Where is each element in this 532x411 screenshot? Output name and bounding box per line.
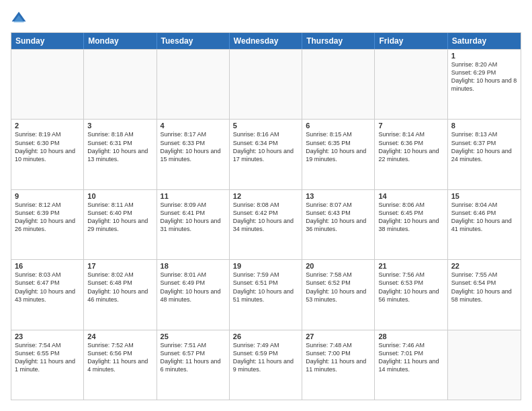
calendar-cell: 13Sunrise: 8:07 AM Sunset: 6:43 PM Dayli…	[302, 190, 375, 259]
day-number: 27	[306, 332, 371, 340]
cell-info: Sunrise: 7:54 AM Sunset: 6:55 PM Dayligh…	[15, 341, 80, 374]
weekday-header: Wednesday	[230, 33, 302, 49]
day-number: 7	[378, 122, 443, 130]
weekday-header: Tuesday	[157, 33, 230, 49]
cell-info: Sunrise: 7:52 AM Sunset: 6:56 PM Dayligh…	[87, 341, 152, 374]
day-number: 16	[15, 262, 80, 270]
calendar-cell: 17Sunrise: 8:02 AM Sunset: 6:48 PM Dayli…	[84, 260, 157, 329]
calendar-row: 16Sunrise: 8:03 AM Sunset: 6:47 PM Dayli…	[11, 259, 521, 329]
calendar-cell	[230, 50, 302, 119]
day-number: 11	[161, 192, 226, 200]
cell-info: Sunrise: 8:14 AM Sunset: 6:36 PM Dayligh…	[378, 130, 443, 163]
calendar-cell: 2Sunrise: 8:19 AM Sunset: 6:30 PM Daylig…	[11, 120, 84, 189]
cell-info: Sunrise: 7:59 AM Sunset: 6:51 PM Dayligh…	[233, 271, 298, 304]
day-number: 6	[306, 122, 371, 130]
calendar-row: 2Sunrise: 8:19 AM Sunset: 6:30 PM Daylig…	[11, 119, 521, 189]
calendar-cell	[302, 50, 375, 119]
day-number: 26	[233, 332, 298, 340]
calendar-row: 23Sunrise: 7:54 AM Sunset: 6:55 PM Dayli…	[11, 330, 521, 400]
day-number: 18	[161, 262, 226, 270]
weekday-header: Saturday	[448, 33, 521, 49]
day-number: 20	[306, 262, 371, 270]
calendar-cell: 10Sunrise: 8:11 AM Sunset: 6:40 PM Dayli…	[84, 190, 157, 259]
calendar-cell: 28Sunrise: 7:46 AM Sunset: 7:01 PM Dayli…	[375, 330, 447, 400]
cell-info: Sunrise: 8:04 AM Sunset: 6:46 PM Dayligh…	[451, 201, 517, 234]
calendar-row: 1Sunrise: 8:20 AM Sunset: 6:29 PM Daylig…	[11, 49, 521, 119]
calendar-cell: 16Sunrise: 8:03 AM Sunset: 6:47 PM Dayli…	[11, 260, 84, 329]
calendar-cell: 24Sunrise: 7:52 AM Sunset: 6:56 PM Dayli…	[84, 330, 157, 400]
logo-icon	[11, 11, 27, 27]
calendar-cell: 23Sunrise: 7:54 AM Sunset: 6:55 PM Dayli…	[11, 330, 84, 400]
day-number: 25	[161, 332, 226, 340]
cell-info: Sunrise: 8:16 AM Sunset: 6:34 PM Dayligh…	[233, 130, 298, 163]
calendar-cell: 3Sunrise: 8:18 AM Sunset: 6:31 PM Daylig…	[84, 120, 157, 189]
calendar-cell: 20Sunrise: 7:58 AM Sunset: 6:52 PM Dayli…	[302, 260, 375, 329]
cell-info: Sunrise: 8:09 AM Sunset: 6:41 PM Dayligh…	[161, 201, 226, 234]
day-number: 2	[15, 122, 80, 130]
calendar: SundayMondayTuesdayWednesdayThursdayFrid…	[11, 32, 521, 400]
day-number: 9	[15, 192, 80, 200]
cell-info: Sunrise: 8:18 AM Sunset: 6:31 PM Dayligh…	[87, 130, 152, 163]
day-number: 12	[233, 192, 298, 200]
day-number: 22	[451, 262, 517, 270]
cell-info: Sunrise: 7:48 AM Sunset: 7:00 PM Dayligh…	[306, 341, 371, 374]
calendar-cell	[11, 50, 84, 119]
calendar-cell: 21Sunrise: 7:56 AM Sunset: 6:53 PM Dayli…	[375, 260, 447, 329]
calendar-cell: 12Sunrise: 8:08 AM Sunset: 6:42 PM Dayli…	[230, 190, 302, 259]
cell-info: Sunrise: 7:46 AM Sunset: 7:01 PM Dayligh…	[378, 341, 443, 374]
day-number: 14	[378, 192, 443, 200]
day-number: 4	[161, 122, 226, 130]
calendar-body: 1Sunrise: 8:20 AM Sunset: 6:29 PM Daylig…	[11, 49, 521, 400]
calendar-cell	[375, 50, 447, 119]
calendar-cell: 19Sunrise: 7:59 AM Sunset: 6:51 PM Dayli…	[230, 260, 302, 329]
day-number: 28	[378, 332, 443, 340]
cell-info: Sunrise: 8:08 AM Sunset: 6:42 PM Dayligh…	[233, 201, 298, 234]
cell-info: Sunrise: 8:11 AM Sunset: 6:40 PM Dayligh…	[87, 201, 152, 234]
cell-info: Sunrise: 8:19 AM Sunset: 6:30 PM Dayligh…	[15, 130, 80, 163]
cell-info: Sunrise: 8:02 AM Sunset: 6:48 PM Dayligh…	[87, 271, 152, 304]
cell-info: Sunrise: 8:15 AM Sunset: 6:35 PM Dayligh…	[306, 130, 371, 163]
page: SundayMondayTuesdayWednesdayThursdayFrid…	[0, 0, 532, 411]
day-number: 3	[87, 122, 152, 130]
calendar-cell	[84, 50, 157, 119]
cell-info: Sunrise: 8:17 AM Sunset: 6:33 PM Dayligh…	[161, 130, 226, 163]
calendar-cell: 11Sunrise: 8:09 AM Sunset: 6:41 PM Dayli…	[157, 190, 230, 259]
day-number: 13	[306, 192, 371, 200]
calendar-cell	[157, 50, 230, 119]
day-number: 17	[87, 262, 152, 270]
cell-info: Sunrise: 7:51 AM Sunset: 6:57 PM Dayligh…	[161, 341, 226, 374]
day-number: 23	[15, 332, 80, 340]
calendar-header: SundayMondayTuesdayWednesdayThursdayFrid…	[11, 33, 521, 49]
day-number: 19	[233, 262, 298, 270]
day-number: 10	[87, 192, 152, 200]
weekday-header: Sunday	[11, 33, 84, 49]
cell-info: Sunrise: 7:49 AM Sunset: 6:59 PM Dayligh…	[233, 341, 298, 374]
day-number: 8	[451, 122, 517, 130]
calendar-cell: 18Sunrise: 8:01 AM Sunset: 6:49 PM Dayli…	[157, 260, 230, 329]
day-number: 15	[451, 192, 517, 200]
cell-info: Sunrise: 8:20 AM Sunset: 6:29 PM Dayligh…	[451, 60, 517, 93]
header	[11, 11, 521, 27]
calendar-cell: 27Sunrise: 7:48 AM Sunset: 7:00 PM Dayli…	[302, 330, 375, 400]
calendar-cell: 8Sunrise: 8:13 AM Sunset: 6:37 PM Daylig…	[448, 120, 521, 189]
day-number: 5	[233, 122, 298, 130]
calendar-cell: 22Sunrise: 7:55 AM Sunset: 6:54 PM Dayli…	[448, 260, 521, 329]
calendar-cell: 25Sunrise: 7:51 AM Sunset: 6:57 PM Dayli…	[157, 330, 230, 400]
cell-info: Sunrise: 8:07 AM Sunset: 6:43 PM Dayligh…	[306, 201, 371, 234]
weekday-header: Thursday	[302, 33, 375, 49]
cell-info: Sunrise: 7:56 AM Sunset: 6:53 PM Dayligh…	[378, 271, 443, 304]
cell-info: Sunrise: 8:06 AM Sunset: 6:45 PM Dayligh…	[378, 201, 443, 234]
day-number: 1	[451, 52, 517, 60]
day-number: 24	[87, 332, 152, 340]
day-number: 21	[378, 262, 443, 270]
cell-info: Sunrise: 8:03 AM Sunset: 6:47 PM Dayligh…	[15, 271, 80, 304]
calendar-cell: 26Sunrise: 7:49 AM Sunset: 6:59 PM Dayli…	[230, 330, 302, 400]
calendar-cell: 9Sunrise: 8:12 AM Sunset: 6:39 PM Daylig…	[11, 190, 84, 259]
calendar-cell: 14Sunrise: 8:06 AM Sunset: 6:45 PM Dayli…	[375, 190, 447, 259]
logo	[11, 11, 30, 27]
calendar-cell: 4Sunrise: 8:17 AM Sunset: 6:33 PM Daylig…	[157, 120, 230, 189]
cell-info: Sunrise: 8:13 AM Sunset: 6:37 PM Dayligh…	[451, 130, 517, 163]
cell-info: Sunrise: 7:58 AM Sunset: 6:52 PM Dayligh…	[306, 271, 371, 304]
calendar-row: 9Sunrise: 8:12 AM Sunset: 6:39 PM Daylig…	[11, 189, 521, 259]
cell-info: Sunrise: 8:12 AM Sunset: 6:39 PM Dayligh…	[15, 201, 80, 234]
